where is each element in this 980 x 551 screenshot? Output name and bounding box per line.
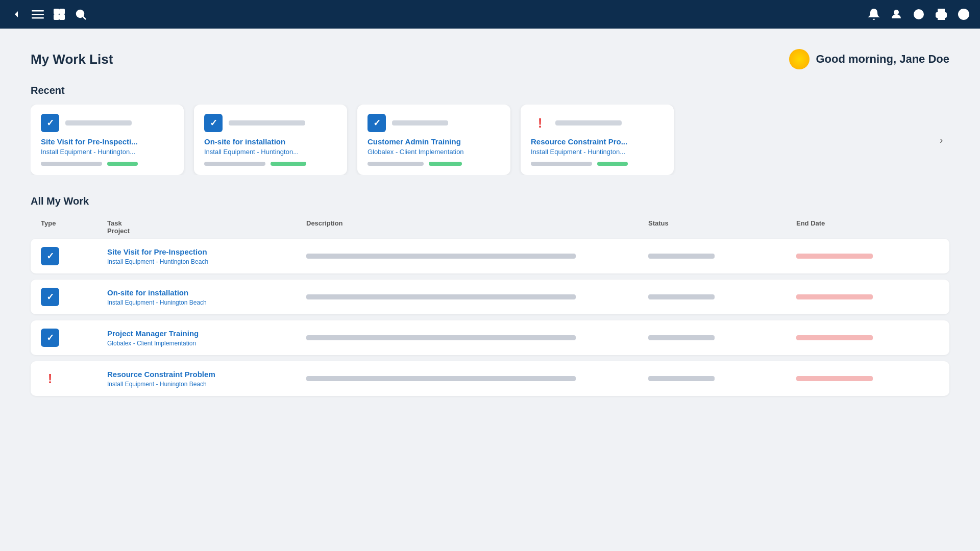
row-2-status: [648, 294, 791, 299]
back-button[interactable]: [10, 8, 22, 20]
card-2-footer: [204, 162, 337, 166]
svg-point-7: [77, 10, 84, 17]
card-2-task-name: On-site for installation: [204, 137, 337, 146]
row-4-task-project: Resource Constraint Problem Install Equi…: [107, 369, 301, 388]
card-3-footer: [368, 162, 500, 166]
row-2-end-date: [796, 294, 939, 299]
col-description: Description: [306, 219, 643, 235]
row-1-task-name: Site Visit for Pre-Inspection: [107, 247, 301, 257]
row-2-project-name: Install Equipment - Hunington Beach: [107, 299, 301, 306]
row-1-status: [648, 254, 791, 259]
col-status: Status: [648, 219, 791, 235]
row-4-description: [306, 376, 643, 381]
row-2-description: [306, 294, 643, 299]
row-3-task-project: Project Manager Training Globalex - Clie…: [107, 329, 301, 347]
row-3-icon: ✓: [41, 329, 102, 347]
sun-icon: [789, 49, 810, 69]
table-row[interactable]: ! Resource Constraint Problem Install Eq…: [31, 361, 949, 396]
card-4-footer: [531, 162, 664, 166]
card-1-header: ✓: [41, 114, 174, 132]
svg-rect-0: [32, 10, 44, 12]
row-1-task-project: Site Visit for Pre-Inspection Install Eq…: [107, 247, 301, 265]
top-navigation: [0, 0, 980, 29]
card-3-bar2: [429, 162, 462, 166]
card-2-project-name: Install Equipment - Huntington...: [204, 148, 337, 156]
page-title: My Work List: [31, 52, 113, 67]
search-icon[interactable]: [75, 8, 87, 20]
print-icon[interactable]: [935, 8, 947, 20]
card-1-project-name: Install Equipment - Huntington...: [41, 148, 174, 156]
user-icon[interactable]: [890, 8, 902, 20]
row-2-task-name: On-site for installation: [107, 288, 301, 298]
row-1-end-date: [796, 254, 939, 259]
svg-point-9: [894, 10, 898, 14]
card-1-bar2: [107, 162, 138, 166]
recent-card-3[interactable]: ✓ Customer Admin Training Globalex - Cli…: [357, 105, 510, 175]
menu-button[interactable]: [32, 8, 44, 20]
card-3-placeholder: [392, 120, 448, 126]
bell-icon[interactable]: [868, 8, 880, 20]
card-2-placeholder: [229, 120, 305, 126]
all-work-section: All My Work Type Task Project Descriptio…: [31, 195, 949, 396]
card-4-bar1: [531, 162, 592, 166]
card-3-icon: ✓: [368, 114, 386, 132]
card-4-project-name: Install Equipment - Huntington...: [531, 148, 664, 156]
svg-rect-1: [32, 14, 44, 15]
card-4-bar2: [597, 162, 628, 166]
row-4-status: [648, 376, 791, 381]
svg-rect-2: [32, 17, 44, 19]
row-4-icon: !: [41, 369, 102, 388]
svg-rect-5: [54, 15, 59, 19]
greeting: Good morning, Jane Doe: [789, 49, 949, 69]
card-1-task-name: Site Visit for Pre-Inspecti...: [41, 137, 174, 146]
all-work-title: All My Work: [31, 195, 949, 207]
row-3-status: [648, 335, 791, 340]
cards-row: ✓ Site Visit for Pre-Inspecti... Install…: [31, 105, 928, 175]
row-1-icon: ✓: [41, 247, 102, 265]
table-header: Type Task Project Description Status End…: [31, 215, 949, 239]
cards-wrapper: ✓ Site Visit for Pre-Inspecti... Install…: [31, 105, 949, 175]
card-1-icon: ✓: [41, 114, 59, 132]
card-1-placeholder: [65, 120, 132, 126]
dashboard-icon[interactable]: [53, 8, 65, 20]
card-4-task-name: Resource Constraint Pro...: [531, 137, 664, 146]
table-row[interactable]: ✓ Site Visit for Pre-Inspection Install …: [31, 239, 949, 273]
recent-section: Recent ✓ Site Visit for Pre-Inspecti... …: [31, 85, 949, 175]
row-3-end-date: [796, 335, 939, 340]
recent-card-4[interactable]: ! Resource Constraint Pro... Install Equ…: [521, 105, 674, 175]
card-2-header: ✓: [204, 114, 337, 132]
col-end-date: End Date: [796, 219, 939, 235]
card-1-footer: [41, 162, 174, 166]
recent-card-1[interactable]: ✓ Site Visit for Pre-Inspecti... Install…: [31, 105, 184, 175]
card-3-bar1: [368, 162, 424, 166]
row-4-project-name: Install Equipment - Hunington Beach: [107, 381, 301, 388]
recent-section-title: Recent: [31, 85, 949, 96]
main-content: My Work List Good morning, Jane Doe Rece…: [0, 29, 980, 422]
card-2-bar1: [204, 162, 265, 166]
card-2-icon: ✓: [204, 114, 223, 132]
row-2-task-project: On-site for installation Install Equipme…: [107, 288, 301, 306]
table-row[interactable]: ✓ On-site for installation Install Equip…: [31, 280, 949, 314]
card-3-header: ✓: [368, 114, 500, 132]
row-3-project-name: Globalex - Client Implementation: [107, 340, 301, 347]
header-row: My Work List Good morning, Jane Doe: [31, 49, 949, 69]
row-1-description: [306, 254, 643, 259]
card-3-task-name: Customer Admin Training: [368, 137, 500, 146]
svg-rect-4: [60, 9, 64, 14]
row-3-task-name: Project Manager Training: [107, 329, 301, 339]
row-4-task-name: Resource Constraint Problem: [107, 369, 301, 380]
svg-rect-3: [54, 9, 59, 14]
card-4-placeholder: [555, 120, 622, 126]
row-3-description: [306, 335, 643, 340]
card-4-icon: !: [531, 114, 549, 132]
svg-rect-11: [938, 15, 944, 19]
clock-icon[interactable]: [913, 8, 925, 20]
card-4-header: !: [531, 114, 664, 132]
row-4-end-date: [796, 376, 939, 381]
chevron-right-button[interactable]: ›: [933, 132, 949, 148]
col-type: Type: [41, 219, 102, 235]
recent-card-2[interactable]: ✓ On-site for installation Install Equip…: [194, 105, 347, 175]
card-1-bar1: [41, 162, 102, 166]
help-icon[interactable]: [958, 8, 970, 20]
table-row[interactable]: ✓ Project Manager Training Globalex - Cl…: [31, 320, 949, 355]
